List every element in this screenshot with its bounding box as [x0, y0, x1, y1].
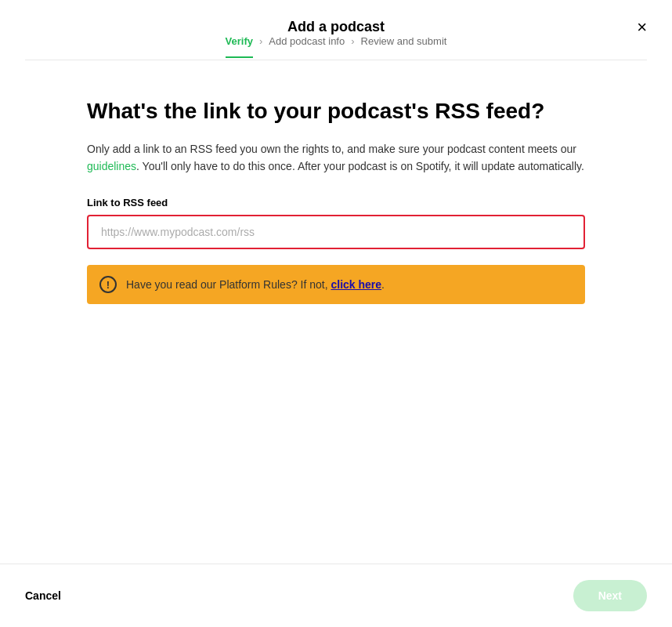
- next-button[interactable]: Next: [573, 580, 647, 611]
- step-review-and-submit-label: Review and submit: [361, 35, 447, 47]
- description-part2: . You'll only have to do this once. Afte…: [136, 160, 584, 172]
- rss-field-label: Link to RSS feed: [87, 197, 585, 208]
- step-review-and-submit[interactable]: Review and submit: [361, 35, 447, 47]
- alert-icon: !: [99, 276, 117, 293]
- description-part1: Only add a link to an RSS feed you own t…: [87, 143, 576, 155]
- main-heading: What's the link to your podcast's RSS fe…: [87, 98, 585, 125]
- description: Only add a link to an RSS feed you own t…: [87, 140, 585, 176]
- close-button[interactable]: ×: [634, 16, 650, 39]
- click-here-link[interactable]: click here: [331, 278, 381, 291]
- rss-input[interactable]: [87, 215, 585, 249]
- separator-1: ›: [259, 35, 262, 47]
- step-verify[interactable]: Verify: [226, 35, 253, 58]
- modal-content: What's the link to your podcast's RSS fe…: [62, 60, 610, 564]
- guidelines-link[interactable]: guidelines: [87, 160, 136, 172]
- step-add-podcast-info[interactable]: Add podcast info: [269, 35, 345, 47]
- cancel-button[interactable]: Cancel: [25, 583, 61, 608]
- modal-header: Add a podcast × Verify › Add podcast inf…: [0, 0, 672, 60]
- alert-text-part2: .: [381, 278, 385, 291]
- modal-footer: Cancel Next: [0, 564, 672, 627]
- alert-text: Have you read our Platform Rules? If not…: [126, 278, 385, 291]
- platform-rules-alert: ! Have you read our Platform Rules? If n…: [87, 265, 585, 304]
- modal-title: Add a podcast: [287, 19, 385, 34]
- stepper: Verify › Add podcast info › Review and s…: [25, 35, 647, 60]
- step-add-podcast-info-label: Add podcast info: [269, 35, 345, 47]
- step-verify-label: Verify: [226, 35, 253, 47]
- add-podcast-modal: Add a podcast × Verify › Add podcast inf…: [0, 0, 672, 627]
- separator-2: ›: [351, 35, 354, 47]
- alert-text-part1: Have you read our Platform Rules? If not…: [126, 278, 331, 291]
